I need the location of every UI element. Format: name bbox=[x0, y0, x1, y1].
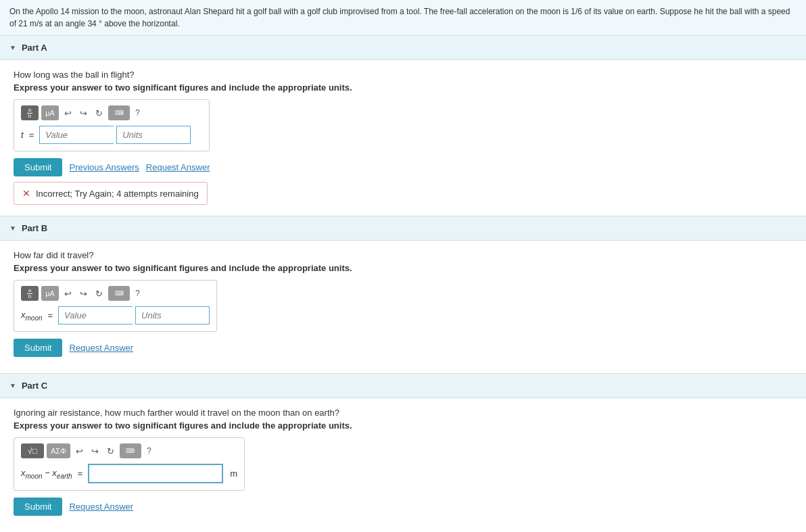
part-c-section: ▼ Part C Ignoring air resistance, how mu… bbox=[0, 374, 806, 532]
help-icon-c: ? bbox=[147, 446, 151, 456]
refresh-icon-c: ↻ bbox=[107, 446, 114, 456]
part-a-mu-btn[interactable]: μA bbox=[41, 105, 59, 120]
mu-icon: μA bbox=[45, 109, 55, 117]
part-b-refresh-btn[interactable]: ↻ bbox=[93, 287, 105, 300]
part-a-frac-btn[interactable]: a b bbox=[21, 105, 39, 120]
part-b-action-row: Submit Request Answer bbox=[14, 339, 792, 357]
frac-icon: a b bbox=[27, 107, 32, 119]
part-c-keyboard-btn[interactable]: ⌨ bbox=[120, 443, 141, 458]
part-c-title: Part C bbox=[22, 381, 47, 391]
part-b-equals: = bbox=[48, 310, 53, 320]
part-a-equals: = bbox=[29, 130, 34, 140]
part-a-section: ▼ Part A How long was the ball in flight… bbox=[0, 36, 806, 216]
part-b-instruction: Express your answer to two significant f… bbox=[14, 263, 792, 273]
part-a-error-box: ✕ Incorrect; Try Again; 4 attempts remai… bbox=[14, 182, 208, 205]
part-b-content: How far did it travel? Express your answ… bbox=[0, 241, 806, 373]
part-c-value-input[interactable] bbox=[88, 464, 223, 483]
part-b-question: How far did it travel? bbox=[14, 250, 792, 260]
part-c-input-row: xmoon − xearth = m bbox=[21, 464, 237, 483]
part-c-help-btn[interactable]: ? bbox=[144, 445, 154, 457]
part-a-refresh-btn[interactable]: ↻ bbox=[93, 107, 105, 120]
part-b-header[interactable]: ▼ Part B bbox=[0, 216, 806, 241]
help-icon: ? bbox=[135, 108, 140, 118]
part-c-content: Ignoring air resistance, how much farthe… bbox=[0, 398, 806, 532]
part-c-header[interactable]: ▼ Part C bbox=[0, 374, 806, 398]
part-a-error-text: Incorrect; Try Again; 4 attempts remaini… bbox=[36, 189, 199, 199]
part-c-chevron: ▼ bbox=[9, 382, 16, 389]
frac-icon-b: a b bbox=[27, 288, 32, 299]
part-b-title: Part B bbox=[22, 223, 47, 233]
part-b-units-input[interactable] bbox=[135, 306, 210, 324]
part-a-submit-btn[interactable]: Submit bbox=[14, 158, 62, 176]
part-c-question: Ignoring air resistance, how much farthe… bbox=[14, 408, 792, 418]
part-a-header[interactable]: ▼ Part A bbox=[0, 36, 806, 60]
part-b-section: ▼ Part B How far did it travel? Express … bbox=[0, 216, 806, 374]
part-b-toolbar: a b μA ↩ ↪ ↻ ⌨ bbox=[21, 286, 210, 301]
part-a-value-input[interactable] bbox=[39, 126, 114, 144]
part-c-toolbar: √□ ΑΣΦ ↩ ↪ ↻ ⌨ ? bbox=[21, 443, 237, 458]
part-a-instruction: Express your answer to two significant f… bbox=[14, 82, 792, 93]
keyboard-icon-c: ⌨ bbox=[126, 448, 135, 454]
undo-icon: ↩ bbox=[64, 108, 72, 118]
part-c-var-label: xmoon − xearth bbox=[21, 468, 72, 480]
part-c-redo-btn[interactable]: ↪ bbox=[89, 445, 101, 458]
part-b-undo-btn[interactable]: ↩ bbox=[62, 287, 74, 300]
part-c-sqrt-btn[interactable]: √□ bbox=[21, 443, 44, 458]
part-b-value-input[interactable] bbox=[58, 306, 133, 324]
help-icon-b: ? bbox=[135, 289, 140, 298]
part-a-redo-btn[interactable]: ↪ bbox=[77, 107, 90, 120]
part-c-undo-btn[interactable]: ↩ bbox=[73, 445, 86, 458]
keyboard-icon: ⌨ bbox=[115, 110, 124, 116]
part-a-input-row: t = bbox=[21, 126, 202, 144]
part-b-request-answer-btn[interactable]: Request Answer bbox=[69, 343, 133, 353]
part-a-keyboard-btn[interactable]: ⌨ bbox=[108, 105, 130, 120]
part-a-request-answer-btn[interactable]: Request Answer bbox=[146, 162, 210, 172]
redo-icon-c: ↪ bbox=[91, 446, 99, 456]
part-b-redo-btn[interactable]: ↪ bbox=[77, 287, 90, 300]
keyboard-icon-b: ⌨ bbox=[115, 290, 124, 297]
problem-header: On the Apollo 14 mission to the moon, as… bbox=[0, 0, 806, 36]
part-b-input-row: xmoon = bbox=[21, 306, 210, 324]
problem-text: On the Apollo 14 mission to the moon, as… bbox=[9, 7, 790, 28]
part-b-answer-box: a b μA ↩ ↪ ↻ ⌨ bbox=[14, 280, 217, 332]
part-c-alpha-btn[interactable]: ΑΣΦ bbox=[47, 443, 70, 458]
part-b-help-btn[interactable]: ? bbox=[133, 287, 143, 299]
part-c-submit-btn[interactable]: Submit bbox=[14, 498, 62, 516]
part-c-action-row: Submit Request Answer bbox=[14, 498, 792, 516]
part-a-title: Part A bbox=[22, 43, 47, 53]
mu-icon-b: μA bbox=[45, 289, 55, 297]
undo-icon-b: ↩ bbox=[64, 289, 72, 299]
redo-icon: ↪ bbox=[80, 108, 87, 118]
undo-icon-c: ↩ bbox=[76, 446, 83, 456]
refresh-icon-b: ↻ bbox=[95, 289, 103, 299]
part-a-content: How long was the ball in flight? Express… bbox=[0, 60, 806, 216]
part-c-equals: = bbox=[78, 468, 83, 479]
part-a-toolbar: a b μA ↩ ↪ ↻ ⌨ bbox=[21, 105, 202, 120]
part-c-answer-box: √□ ΑΣΦ ↩ ↪ ↻ ⌨ ? bbox=[14, 437, 245, 491]
part-a-units-input[interactable] bbox=[116, 126, 191, 144]
error-icon: ✕ bbox=[22, 188, 30, 199]
part-a-var-label: t bbox=[21, 130, 24, 140]
part-b-submit-btn[interactable]: Submit bbox=[14, 339, 62, 357]
refresh-icon: ↻ bbox=[95, 108, 103, 118]
part-b-frac-btn[interactable]: a b bbox=[21, 286, 39, 301]
part-c-instruction: Express your answer to two significant f… bbox=[14, 420, 792, 431]
part-a-question: How long was the ball in flight? bbox=[14, 70, 792, 80]
part-a-previous-answers-btn[interactable]: Previous Answers bbox=[69, 162, 139, 172]
part-a-chevron: ▼ bbox=[9, 44, 16, 51]
part-b-keyboard-btn[interactable]: ⌨ bbox=[108, 286, 130, 301]
part-a-help-btn[interactable]: ? bbox=[133, 107, 143, 119]
part-b-var-label: xmoon bbox=[21, 310, 43, 322]
part-c-request-answer-btn[interactable]: Request Answer bbox=[69, 502, 133, 512]
part-b-chevron: ▼ bbox=[9, 224, 16, 232]
part-a-answer-box: a b μA ↩ ↪ ↻ ⌨ bbox=[14, 99, 210, 151]
part-b-mu-btn[interactable]: μA bbox=[41, 286, 59, 301]
redo-icon-b: ↪ bbox=[80, 289, 87, 299]
sqrt-icon: √□ bbox=[28, 446, 37, 456]
part-a-action-row: Submit Previous Answers Request Answer bbox=[14, 158, 792, 176]
part-c-unit-label: m bbox=[230, 468, 237, 479]
part-a-undo-btn[interactable]: ↩ bbox=[62, 107, 74, 120]
alpha-icon: ΑΣΦ bbox=[51, 447, 66, 455]
part-c-refresh-btn[interactable]: ↻ bbox=[104, 445, 117, 458]
